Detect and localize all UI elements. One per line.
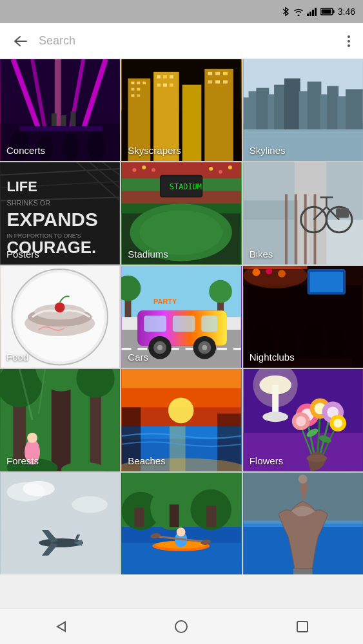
svg-rect-39 — [163, 84, 167, 87]
search-placeholder[interactable]: Search — [39, 34, 337, 48]
svg-point-181 — [262, 412, 288, 422]
svg-point-150 — [266, 268, 272, 274]
svg-rect-96 — [294, 162, 326, 264]
svg-marker-230 — [57, 622, 65, 631]
svg-rect-21 — [70, 111, 75, 126]
svg-point-228 — [298, 474, 307, 483]
grid-item-label-concerts: Concerts — [6, 145, 45, 156]
svg-text:LIFE: LIFE — [7, 178, 37, 194]
svg-point-231 — [175, 621, 187, 632]
svg-point-115 — [55, 302, 65, 312]
svg-rect-5 — [333, 10, 334, 14]
nav-home-button[interactable] — [162, 612, 201, 641]
grid-item-concerts[interactable]: Concerts — [0, 59, 120, 161]
svg-rect-29 — [137, 82, 141, 84]
svg-rect-169 — [122, 369, 241, 388]
svg-rect-20 — [61, 115, 66, 126]
svg-rect-98 — [285, 194, 288, 265]
recent-nav-icon — [297, 621, 308, 632]
dot-1 — [348, 35, 350, 38]
back-nav-icon — [54, 621, 68, 632]
svg-rect-37 — [170, 75, 173, 79]
dot-3 — [348, 44, 350, 47]
grid-item-skylines[interactable]: Skylines — [243, 59, 363, 161]
svg-point-16 — [63, 133, 79, 162]
svg-rect-18 — [19, 126, 103, 131]
svg-rect-214 — [135, 507, 144, 527]
grid-item-beaches[interactable]: Beaches — [121, 369, 241, 471]
svg-point-144 — [303, 321, 324, 361]
svg-rect-43 — [223, 72, 228, 75]
svg-point-149 — [252, 269, 260, 276]
svg-rect-41 — [208, 72, 213, 75]
svg-rect-127 — [144, 316, 167, 332]
svg-point-135 — [202, 345, 208, 350]
svg-rect-1 — [309, 12, 311, 16]
svg-rect-60 — [327, 86, 338, 129]
grid-item-sculpture[interactable] — [243, 473, 363, 574]
grid-item-label-food: Food — [6, 352, 28, 363]
svg-rect-129 — [202, 316, 218, 332]
grid-item-kayak[interactable] — [121, 473, 241, 574]
svg-point-200 — [306, 455, 327, 462]
svg-rect-108 — [336, 209, 349, 218]
svg-rect-56 — [284, 79, 300, 129]
svg-point-90 — [152, 168, 155, 172]
svg-rect-31 — [132, 88, 135, 91]
svg-rect-40 — [170, 84, 173, 87]
svg-point-163 — [27, 433, 37, 443]
svg-rect-45 — [215, 80, 220, 84]
grid-item-label-posters: Posters — [6, 249, 39, 260]
svg-rect-2 — [312, 10, 314, 16]
grid-item-nightclubs[interactable]: Nightclubs — [243, 266, 363, 368]
svg-rect-30 — [143, 82, 146, 84]
nav-back-button[interactable] — [41, 612, 80, 641]
svg-text:PARTY: PARTY — [153, 298, 177, 305]
svg-rect-232 — [297, 621, 308, 632]
svg-point-197 — [333, 419, 342, 428]
grid-item-forests[interactable]: Forests — [0, 369, 120, 471]
grid-item-label-bikes: Bikes — [250, 249, 273, 260]
svg-rect-61 — [337, 96, 347, 129]
svg-rect-38 — [157, 84, 161, 87]
svg-rect-141 — [309, 272, 342, 292]
grid-item-flowers[interactable]: Flowers — [243, 369, 363, 471]
grid-item-label-skylines: Skylines — [250, 145, 286, 156]
grid-item-skyscrapers[interactable]: Skyscrapers — [121, 59, 241, 161]
grid-item-stadiums[interactable]: STADIUM Stadiums — [121, 162, 241, 264]
svg-text:STADIUM: STADIUM — [170, 182, 202, 191]
grid-item-food[interactable]: Food — [0, 266, 120, 368]
svg-point-195 — [295, 416, 306, 426]
svg-text:EXPANDS: EXPANDS — [7, 209, 98, 230]
grid-item-plane[interactable] — [0, 473, 120, 574]
svg-rect-3 — [315, 8, 317, 16]
bottom-navigation — [0, 608, 363, 644]
svg-point-132 — [157, 345, 162, 350]
grid-item-label-flowers: Flowers — [250, 455, 284, 466]
svg-rect-57 — [299, 91, 308, 129]
bluetooth-icon — [281, 6, 290, 17]
svg-rect-35 — [157, 75, 161, 79]
signal-icon — [307, 8, 317, 16]
svg-rect-36 — [163, 75, 167, 79]
svg-text:SHRINKS OR: SHRINKS OR — [7, 200, 51, 207]
svg-rect-46 — [223, 80, 228, 84]
svg-rect-58 — [307, 82, 321, 129]
svg-rect-44 — [208, 80, 213, 84]
grid-item-posters[interactable]: LIFE SHRINKS OR EXPANDS IN PROPORTION TO… — [0, 162, 120, 264]
grid-item-label-nightclubs: Nightclubs — [250, 352, 295, 363]
svg-point-205 — [72, 496, 107, 513]
svg-rect-32 — [137, 88, 141, 91]
svg-point-122 — [210, 280, 233, 303]
more-button[interactable] — [345, 33, 353, 50]
grid-item-cars[interactable]: PARTY Cars — [121, 266, 241, 368]
back-button[interactable] — [10, 31, 31, 52]
nav-recent-button[interactable] — [283, 612, 322, 641]
photo-grid: Concerts Skyscrapers — [0, 59, 363, 574]
status-icons: 3:46 — [281, 6, 355, 17]
svg-rect-62 — [346, 90, 363, 129]
svg-rect-0 — [307, 14, 309, 16]
grid-item-bikes[interactable]: Bikes — [243, 162, 363, 264]
svg-rect-53 — [256, 88, 269, 129]
svg-point-88 — [133, 168, 137, 172]
